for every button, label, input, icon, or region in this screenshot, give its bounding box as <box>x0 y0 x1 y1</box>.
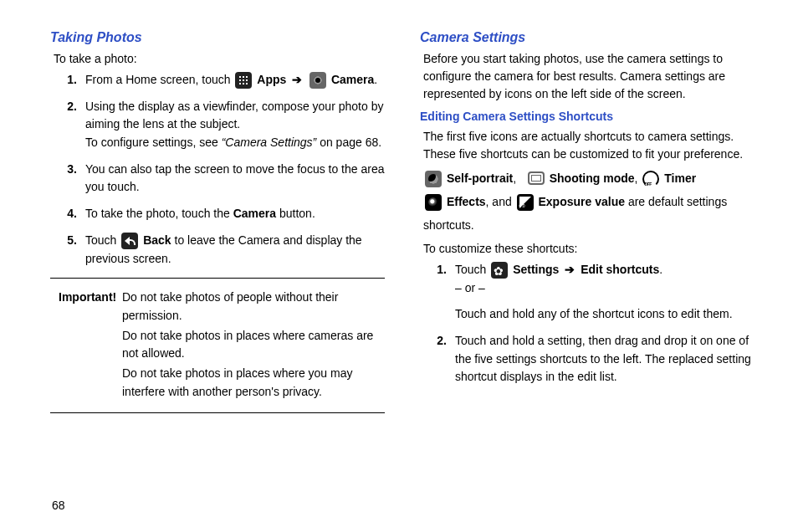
important-block: Important! Do not take photos of people … <box>50 289 385 402</box>
divider <box>50 278 385 279</box>
left-column: Taking Photos To take a photo: 1. From a… <box>50 30 385 423</box>
effects-label: Effects <box>447 195 486 208</box>
step-text: Using the display as a viewfinder, compo… <box>85 100 383 131</box>
step-pre: Touch <box>455 263 489 276</box>
config-pre: To configure settings, see <box>85 136 222 149</box>
edit-shortcuts-label: Edit shortcuts <box>581 263 659 276</box>
step-number: 1. <box>428 261 447 324</box>
important-line: Do not take photos in places where you m… <box>122 365 385 401</box>
arrow-icon: ➔ <box>565 263 575 276</box>
step-text: You can also tap the screen to move the … <box>85 161 385 197</box>
config-post: on page 68. <box>316 136 381 149</box>
customize-step-1: 1. Touch Settings ➔ Edit shortcuts. – or… <box>428 261 755 324</box>
step-3: 3. You can also tap the screen to move t… <box>59 161 385 197</box>
taking-photos-heading: Taking Photos <box>50 30 385 45</box>
period: . <box>659 263 662 276</box>
important-label: Important! <box>59 289 122 402</box>
settings-icon <box>491 262 508 279</box>
camera-icon <box>309 72 326 89</box>
exposure-icon <box>517 194 534 211</box>
step-1: 1. From a Home screen, touch Apps ➔ Came… <box>59 71 385 90</box>
back-label: Back <box>143 233 171 247</box>
important-line: Do not take photos of people without the… <box>122 289 385 325</box>
page-number: 68 <box>52 499 65 512</box>
effects-icon <box>425 194 442 211</box>
page: Taking Photos To take a photo: 1. From a… <box>0 0 798 532</box>
self-portrait-label: Self-portrait <box>447 171 513 185</box>
shooting-mode-icon <box>528 171 545 185</box>
camera-label: Camera <box>331 73 374 86</box>
step-number: 2. <box>59 98 77 152</box>
self-portrait-icon <box>425 171 442 187</box>
step-post: button. <box>276 207 315 220</box>
exposure-label: Exposure value <box>539 195 626 208</box>
step-pre: To take the photo, touch the <box>85 207 233 220</box>
apps-icon <box>235 72 252 89</box>
arrow-icon: ➔ <box>292 73 302 86</box>
customize-steps: 1. Touch Settings ➔ Edit shortcuts. – or… <box>420 261 755 386</box>
step-text: Touch and hold a setting, then drag and … <box>455 332 755 386</box>
intro-text: To take a photo: <box>50 50 385 68</box>
taking-photos-steps: 1. From a Home screen, touch Apps ➔ Came… <box>50 71 385 268</box>
timer-icon <box>642 171 659 187</box>
editing-shortcuts-heading: Editing Camera Settings Shortcuts <box>420 110 755 123</box>
apps-label: Apps <box>257 73 286 86</box>
period: . <box>374 73 377 86</box>
step-pre: Touch <box>85 233 120 247</box>
shooting-mode-label: Shooting mode <box>550 171 635 185</box>
step-number: 4. <box>59 205 77 223</box>
step-text: From a Home screen, touch <box>85 73 233 86</box>
shortcuts-desc: The first five icons are actually shortc… <box>420 128 755 163</box>
step-4: 4. To take the photo, touch the Camera b… <box>59 205 385 223</box>
back-icon <box>121 233 138 249</box>
step-number: 5. <box>59 232 77 268</box>
important-line: Do not take photos in places where camer… <box>122 327 385 363</box>
alt-text: Touch and hold any of the shortcut icons… <box>455 307 733 320</box>
customize-step-2: 2. Touch and hold a setting, then drag a… <box>428 332 755 386</box>
step-2: 2. Using the display as a viewfinder, co… <box>59 98 385 152</box>
divider <box>50 412 385 413</box>
timer-label: Timer <box>664 171 696 185</box>
step-number: 3. <box>59 161 77 197</box>
settings-label: Settings <box>513 263 559 276</box>
settings-intro: Before you start taking photos, use the … <box>420 50 755 103</box>
right-column: Camera Settings Before you start taking … <box>420 30 755 423</box>
step-5: 5. Touch Back to leave the Camera and di… <box>59 232 385 268</box>
step-number: 2. <box>428 332 447 386</box>
or-text: – or – <box>455 281 485 294</box>
shortcut-list: Self-portrait, Shooting mode, Timer Effe… <box>420 166 755 237</box>
customize-intro: To customize these shortcuts: <box>420 240 755 258</box>
camera-settings-ref: “Camera Settings” <box>222 136 317 149</box>
step-number: 1. <box>59 71 77 90</box>
camera-button-label: Camera <box>233 207 276 220</box>
camera-settings-heading: Camera Settings <box>420 30 755 45</box>
